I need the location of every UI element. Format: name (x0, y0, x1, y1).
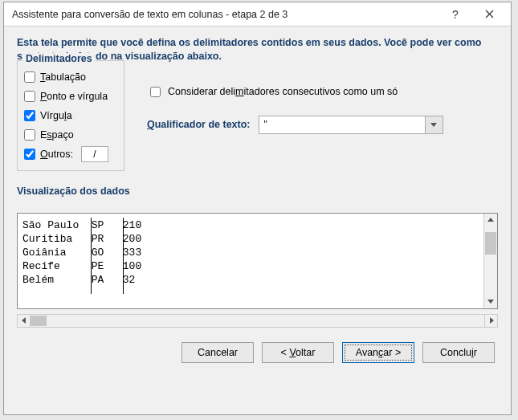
titlebar: Assistente para conversão de texto em co… (4, 2, 511, 27)
chevron-down-icon (430, 121, 437, 128)
delimiter-space[interactable]: Espaço (24, 125, 116, 145)
delimiter-other-checkbox[interactable] (24, 149, 35, 160)
options-row: Delimitadores Tabulação Ponto e vírgula … (17, 75, 498, 181)
column-divider (123, 218, 124, 294)
delimiter-tab-label: Tabulação (40, 71, 86, 83)
preview-vertical-scrollbar[interactable] (483, 214, 497, 308)
consecutive-checkbox[interactable] (150, 87, 161, 97)
chevron-down-icon (487, 298, 494, 304)
chevron-left-icon (21, 317, 27, 324)
svg-marker-3 (487, 218, 494, 222)
delimiter-semicolon[interactable]: Ponto e vírgula (24, 87, 116, 106)
delimiter-space-checkbox[interactable] (24, 129, 35, 141)
scroll-down-button[interactable] (484, 295, 497, 308)
delimiter-space-label: Espaço (40, 129, 74, 141)
data-preview: São Paulo SP 210 Curitiba PR 200 Goiânia… (17, 213, 498, 309)
button-row: Cancelar < Voltar Avançar > Concluir (17, 339, 498, 363)
delimiters-legend: Delimitadores (22, 53, 96, 64)
text-qualifier-dropdown-button[interactable] (426, 116, 443, 134)
svg-marker-5 (22, 317, 26, 324)
scroll-thumb[interactable] (485, 232, 496, 255)
close-button[interactable] (472, 3, 506, 26)
wizard-dialog: Assistente para conversão de texto em co… (3, 2, 512, 415)
text-qualifier-row: Qualificador de texto: (147, 116, 498, 134)
help-button[interactable]: ? (438, 3, 472, 26)
svg-marker-4 (487, 300, 494, 304)
dialog-title: Assistente para conversão de texto em co… (12, 9, 438, 20)
consecutive-option[interactable]: Considerar delimitadores consecutivos co… (147, 84, 498, 100)
delimiter-semicolon-label: Ponto e vírgula (40, 91, 108, 102)
cancel-button[interactable]: Cancelar (182, 342, 254, 363)
delimiter-tab-checkbox[interactable] (24, 71, 35, 83)
finish-button[interactable]: Concluir (422, 342, 495, 363)
column-divider (91, 218, 92, 294)
delimiter-comma[interactable]: Vírgula (24, 106, 116, 125)
delimiter-comma-checkbox[interactable] (24, 110, 35, 121)
delimiter-comma-label: Vírgula (40, 110, 72, 121)
preview-horizontal-scrollbar[interactable] (17, 314, 498, 328)
text-qualifier-label: Qualificador de texto: (147, 119, 251, 130)
dialog-content: Esta tela permite que você defina os del… (4, 27, 511, 369)
chevron-up-icon (487, 217, 494, 223)
scroll-thumb[interactable] (31, 316, 47, 326)
scroll-right-button[interactable] (484, 314, 498, 328)
delimiter-other-label: Outros: (40, 149, 73, 160)
scroll-track[interactable] (484, 227, 497, 295)
scroll-left-button[interactable] (17, 314, 31, 328)
svg-marker-2 (430, 123, 437, 127)
delimiters-group: Delimitadores Tabulação Ponto e vírgula … (17, 60, 124, 171)
back-button[interactable]: < Voltar (262, 342, 334, 363)
delimiter-other[interactable]: Outros: (24, 145, 116, 164)
delimiter-other-input[interactable] (81, 146, 108, 162)
delimiter-tab[interactable]: Tabulação (24, 67, 116, 87)
chevron-right-icon (488, 317, 495, 324)
delimiter-semicolon-checkbox[interactable] (24, 91, 35, 102)
next-button[interactable]: Avançar > (342, 342, 414, 363)
data-preview-content: São Paulo SP 210 Curitiba PR 200 Goiânia… (18, 214, 497, 308)
text-qualifier-combo[interactable] (259, 116, 443, 134)
options-right: Considerar delimitadores consecutivos co… (124, 75, 498, 134)
scroll-up-button[interactable] (484, 214, 497, 227)
consecutive-label: Considerar delimitadores consecutivos co… (168, 86, 398, 97)
preview-label: Visualização dos dados (17, 186, 498, 197)
text-qualifier-input[interactable] (259, 116, 426, 134)
svg-marker-6 (490, 317, 494, 324)
scroll-track[interactable] (31, 314, 484, 328)
